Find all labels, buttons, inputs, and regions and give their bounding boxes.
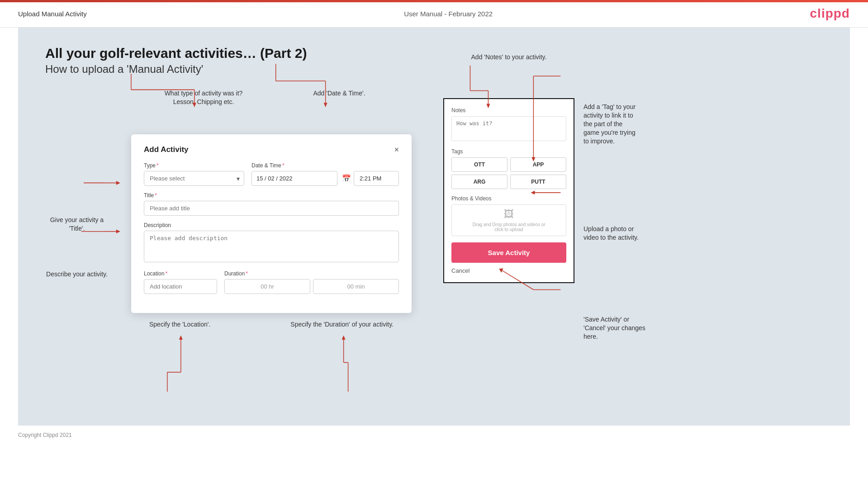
tag-putt[interactable]: PUTT bbox=[510, 175, 566, 189]
calendar-icon[interactable]: 📅 bbox=[342, 174, 351, 183]
left-annotations: Give your activity a 'Title'. Describe y… bbox=[45, 89, 122, 329]
notes-label: Notes bbox=[451, 107, 566, 114]
time-input[interactable] bbox=[354, 171, 399, 186]
notes-textarea[interactable] bbox=[451, 116, 566, 141]
logo: clippd bbox=[810, 6, 850, 21]
modal-header: Add Activity × bbox=[144, 145, 399, 154]
copyright: Copyright Clippd 2021 bbox=[18, 432, 72, 438]
main-content: All your golf-relevant activities… (Part… bbox=[18, 28, 850, 426]
page-title: All your golf-relevant activities… (Part… bbox=[45, 46, 823, 61]
page-subtitle: How to upload a 'Manual Activity' bbox=[45, 63, 823, 76]
duration-field: Duration* bbox=[224, 270, 399, 294]
ann-description: Describe your activity. bbox=[45, 270, 109, 279]
ann-notes: Add 'Notes' to your activity. bbox=[464, 53, 554, 62]
type-select-wrapper: ▾ bbox=[144, 171, 244, 186]
photo-upload-area[interactable]: 🖼 Drag and Drop photos and videos orclic… bbox=[451, 204, 566, 236]
cancel-button[interactable]: Cancel bbox=[451, 267, 470, 274]
type-datetime-row: Type* ▾ Date & Time* 📅 bbox=[144, 162, 399, 186]
description-label: Description bbox=[144, 222, 399, 228]
ann-title: Give your activity a 'Title'. bbox=[45, 216, 109, 233]
duration-min-input[interactable] bbox=[313, 279, 399, 294]
tags-label: Tags bbox=[451, 148, 566, 155]
footer: Copyright Clippd 2021 bbox=[0, 426, 868, 445]
type-select[interactable] bbox=[144, 171, 244, 186]
above-modal: What type of activity was it?Lesson, Chi… bbox=[131, 89, 412, 134]
datetime-label: Date & Time* bbox=[251, 162, 399, 169]
phone-area: Add 'Notes' to your activity. Notes Tags… bbox=[443, 89, 574, 329]
title-field: Title* bbox=[144, 192, 399, 216]
gap bbox=[421, 89, 434, 329]
date-time-row: 📅 bbox=[251, 171, 399, 186]
save-activity-button[interactable]: Save Activity bbox=[451, 242, 566, 263]
right-area: Add 'Notes' to your activity. Notes Tags… bbox=[443, 89, 823, 329]
duration-row bbox=[224, 279, 399, 294]
page-label: Upload Manual Activity bbox=[18, 10, 87, 18]
tag-arg[interactable]: ARG bbox=[451, 175, 508, 189]
modal-title: Add Activity bbox=[144, 145, 189, 154]
photos-label: Photos & Videos bbox=[451, 195, 566, 202]
ann-duration: Specify the 'Duration' of your activity. bbox=[290, 320, 394, 329]
duration-label: Duration* bbox=[224, 270, 399, 277]
below-modal-annotations: Specify the 'Location'. Specify the 'Dur… bbox=[131, 317, 412, 329]
right-annotations: Add a 'Tag' to youractivity to link it t… bbox=[574, 89, 823, 329]
modal-area: What type of activity was it?Lesson, Chi… bbox=[131, 89, 412, 329]
tag-app[interactable]: APP bbox=[510, 157, 566, 172]
photo-icon: 🖼 bbox=[504, 208, 514, 220]
ann-tag: Add a 'Tag' to youractivity to link it t… bbox=[583, 103, 683, 145]
title-input[interactable] bbox=[144, 201, 399, 216]
location-field: Location* bbox=[144, 270, 217, 294]
location-input[interactable] bbox=[144, 279, 217, 294]
add-activity-modal: Add Activity × Type* ▾ bbox=[131, 134, 412, 313]
svg-marker-17 bbox=[179, 335, 183, 340]
top-bar: Upload Manual Activity User Manual - Feb… bbox=[0, 0, 868, 28]
title-field-label: Title* bbox=[144, 192, 399, 199]
type-field: Type* ▾ bbox=[144, 162, 244, 186]
ann-type: What type of activity was it?Lesson, Chi… bbox=[158, 89, 249, 106]
location-duration-row: Location* Duration* bbox=[144, 270, 399, 294]
modal-close-button[interactable]: × bbox=[394, 146, 399, 154]
svg-marker-21 bbox=[342, 335, 346, 340]
datetime-field: Date & Time* 📅 bbox=[251, 162, 399, 186]
doc-title: User Manual - February 2022 bbox=[404, 10, 493, 18]
duration-hr-input[interactable] bbox=[224, 279, 310, 294]
description-field: Description bbox=[144, 222, 399, 264]
phone-panel: Notes Tags OTT APP ARG PUTT Photos & Vid… bbox=[443, 98, 574, 283]
ann-datetime: Add 'Date & Time'. bbox=[303, 89, 375, 98]
location-label: Location* bbox=[144, 270, 217, 277]
tags-grid: OTT APP ARG PUTT bbox=[451, 157, 566, 189]
description-textarea[interactable] bbox=[144, 231, 399, 262]
type-label: Type* bbox=[144, 162, 244, 169]
ann-photo: Upload a photo orvideo to the activity. bbox=[583, 225, 674, 242]
photo-upload-text: Drag and Drop photos and videos orclick … bbox=[472, 222, 545, 232]
date-input[interactable] bbox=[251, 171, 337, 186]
ann-location: Specify the 'Location'. bbox=[149, 320, 210, 329]
ann-save: 'Save Activity' or'Cancel' your changesh… bbox=[583, 315, 678, 341]
tag-ott[interactable]: OTT bbox=[451, 157, 508, 172]
